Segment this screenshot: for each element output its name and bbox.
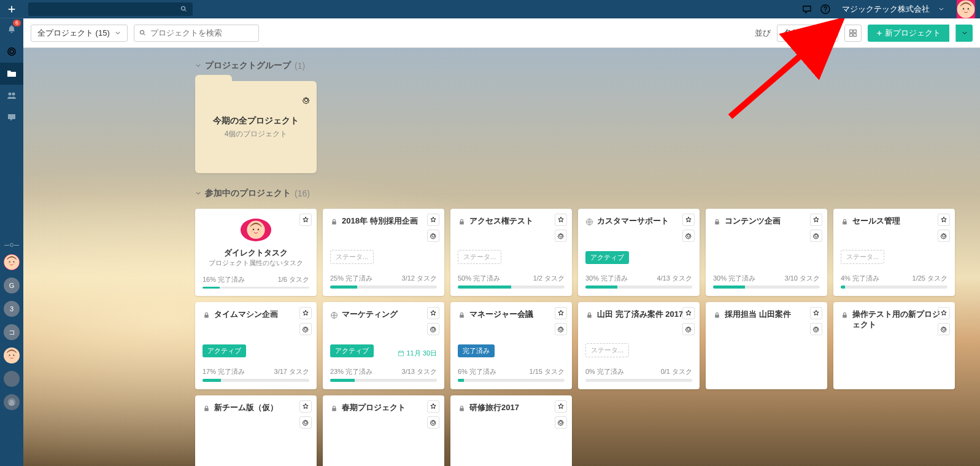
user-avatar[interactable] bbox=[957, 0, 975, 18]
folder-settings[interactable] bbox=[302, 96, 311, 107]
project-card[interactable]: 山田 完了済み案件 2017 ステータ...0% 完了済み0/1 タスク bbox=[578, 302, 700, 389]
top-bar: マジックテック株式会社 bbox=[23, 0, 980, 18]
done-pct: 23% 完了済み bbox=[330, 367, 372, 376]
progress-bar bbox=[713, 285, 820, 289]
project-card[interactable]: コンテンツ企画 30% 完了済み3/10 タスク bbox=[706, 209, 827, 296]
new-project-button[interactable]: 新プロジェクト bbox=[868, 25, 949, 42]
lock-icon bbox=[458, 311, 466, 322]
card-star[interactable] bbox=[938, 214, 950, 226]
section-joined-header[interactable]: 参加中のプロジェクト (16) bbox=[195, 188, 980, 199]
rail-support[interactable] bbox=[4, 394, 20, 410]
gear-icon bbox=[557, 325, 565, 333]
star-icon bbox=[685, 309, 692, 317]
card-star[interactable] bbox=[299, 214, 312, 226]
card-settings[interactable] bbox=[299, 416, 312, 429]
card-settings[interactable] bbox=[427, 230, 439, 242]
card-star[interactable] bbox=[299, 400, 312, 413]
project-card[interactable]: セールス管理 ステータ...4% 完了済み1/25 タスク bbox=[833, 209, 955, 296]
project-card[interactable]: タイムマシン企画 アクティブ17% 完了済み3/17 タスク bbox=[195, 302, 317, 389]
rail-avatar-ko[interactable]: コ bbox=[4, 324, 20, 340]
card-settings[interactable] bbox=[299, 323, 312, 335]
status-badge: ステータ... bbox=[458, 250, 501, 264]
star-icon bbox=[302, 216, 309, 223]
card-settings[interactable] bbox=[427, 323, 439, 335]
card-star[interactable] bbox=[427, 307, 439, 319]
sort-value: 名前 bbox=[784, 28, 800, 39]
card-settings[interactable] bbox=[555, 323, 567, 335]
project-card[interactable]: 新チーム版（仮） bbox=[195, 395, 317, 466]
project-filter-dropdown[interactable]: 全プロジェクト (15) bbox=[31, 25, 128, 42]
card-settings[interactable] bbox=[938, 230, 950, 242]
gear-icon bbox=[302, 325, 309, 333]
card-star[interactable] bbox=[427, 400, 439, 413]
project-card[interactable]: マーケティング アクティブ11月 30日23% 完了済み3/13 タスク bbox=[323, 302, 444, 389]
card-settings[interactable] bbox=[938, 323, 950, 335]
rail-avatar-blank[interactable] bbox=[4, 371, 20, 387]
project-card[interactable]: 操作テスト用の新プロジェクト bbox=[833, 302, 955, 389]
gear-icon bbox=[812, 325, 820, 333]
rail-people[interactable] bbox=[0, 85, 23, 107]
project-card[interactable]: 春期プロジェクト bbox=[323, 395, 444, 466]
rail-divider-dot bbox=[10, 243, 14, 247]
card-settings[interactable] bbox=[810, 323, 822, 335]
card-settings[interactable] bbox=[682, 230, 695, 242]
card-star[interactable] bbox=[682, 307, 695, 319]
rail-avatar-2[interactable] bbox=[4, 348, 20, 363]
card-title: 春期プロジェクト bbox=[342, 403, 437, 413]
card-star[interactable] bbox=[555, 400, 567, 413]
task-count: 3/12 タスク bbox=[402, 274, 437, 283]
left-rail: 6 G 3 コ bbox=[0, 0, 23, 466]
project-card[interactable]: カスタマーサポート アクティブ30% 完了済み4/13 タスク bbox=[578, 209, 700, 296]
folder-card[interactable]: 今期の全プロジェクト 4個のプロジェクト bbox=[195, 81, 317, 173]
project-card[interactable]: 2018年 特別採用企画 ステータ...25% 完了済み3/12 タスク bbox=[323, 209, 444, 296]
card-star[interactable] bbox=[555, 214, 567, 226]
card-star[interactable] bbox=[555, 307, 567, 319]
card-settings[interactable] bbox=[427, 416, 439, 429]
org-switcher[interactable]: マジックテック株式会社 bbox=[835, 4, 952, 15]
status-badge: アクティブ bbox=[203, 344, 246, 357]
star-icon bbox=[430, 309, 437, 317]
star-icon bbox=[940, 216, 947, 223]
rail-notifications[interactable]: 6 bbox=[0, 18, 23, 41]
rail-projects[interactable] bbox=[0, 63, 23, 85]
gear-icon bbox=[430, 325, 437, 333]
rail-avatar-3[interactable]: 3 bbox=[4, 301, 20, 317]
direct-avatar bbox=[241, 219, 271, 241]
top-chat-icon[interactable] bbox=[798, 0, 816, 18]
project-card[interactable]: マネージャー会議 完了済み6% 完了済み1/15 タスク bbox=[450, 302, 572, 389]
card-star[interactable] bbox=[938, 307, 950, 319]
gear-icon bbox=[557, 419, 565, 426]
project-search[interactable] bbox=[134, 25, 259, 42]
card-settings[interactable] bbox=[682, 323, 695, 335]
project-search-input[interactable] bbox=[150, 28, 253, 37]
done-pct: 25% 完了済み bbox=[330, 274, 372, 283]
card-star[interactable] bbox=[810, 307, 822, 319]
new-project-caret[interactable] bbox=[955, 25, 973, 42]
top-help-icon[interactable] bbox=[816, 0, 835, 18]
direct-task-card[interactable]: ダイレクトタスク プロジェクト属性のないタスク 16% 完了済み 1/6 タスク bbox=[195, 209, 317, 296]
project-card[interactable]: 研修旅行2017 bbox=[450, 395, 572, 466]
global-search[interactable] bbox=[28, 2, 193, 16]
rail-avatar-g[interactable]: G bbox=[4, 278, 20, 293]
rail-new-button[interactable] bbox=[0, 0, 23, 18]
chevron-down-icon bbox=[938, 6, 944, 12]
card-star[interactable] bbox=[427, 214, 439, 226]
card-settings[interactable] bbox=[555, 416, 567, 429]
view-grid-toggle[interactable] bbox=[844, 25, 862, 42]
done-pct: 17% 完了済み bbox=[203, 367, 245, 376]
progress-bar bbox=[585, 379, 692, 382]
project-card[interactable]: アクセス権テスト ステータ...50% 完了済み1/2 タスク bbox=[450, 209, 572, 296]
card-settings[interactable] bbox=[810, 230, 822, 242]
project-card[interactable]: 採用担当 山田案件 bbox=[706, 302, 827, 389]
sort-dropdown[interactable]: 名前 bbox=[777, 25, 838, 42]
global-search-input[interactable] bbox=[33, 5, 180, 14]
card-star[interactable] bbox=[810, 214, 822, 226]
rail-targets[interactable] bbox=[0, 41, 23, 63]
card-star[interactable] bbox=[682, 214, 695, 226]
rail-chat[interactable] bbox=[0, 107, 23, 129]
card-star[interactable] bbox=[299, 307, 312, 319]
rail-avatar-1[interactable] bbox=[4, 254, 20, 270]
card-settings[interactable] bbox=[555, 230, 567, 242]
status-badge: ステータ... bbox=[330, 250, 374, 264]
section-groups-header[interactable]: プロジェクトグループ (1) bbox=[195, 60, 980, 71]
